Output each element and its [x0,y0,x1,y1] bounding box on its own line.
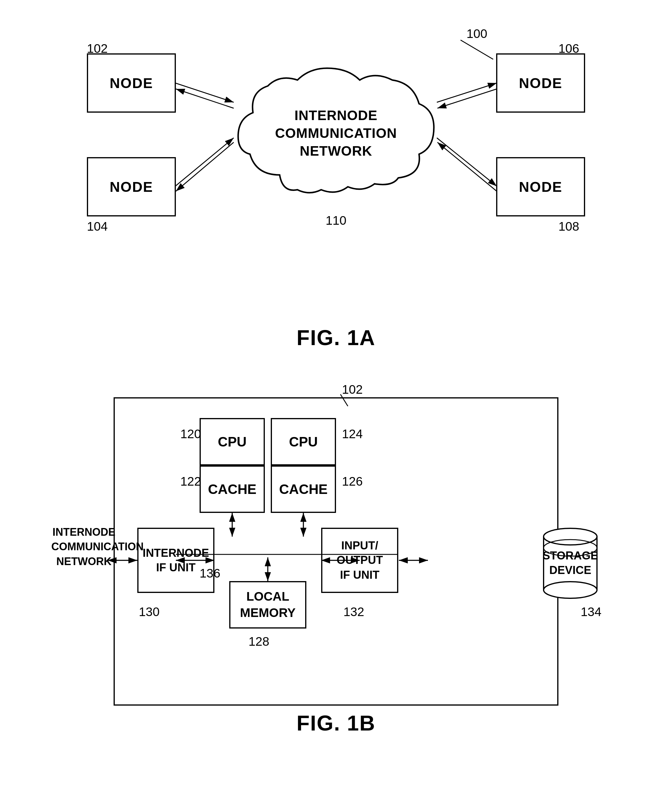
svg-point-12 [544,528,597,545]
ref-134: 134 [581,605,601,619]
ref-108: 108 [559,219,579,234]
ref-102: 102 [87,42,108,56]
ref-120: 120 [180,427,201,441]
node-104-label: NODE [110,179,153,195]
ref-122: 122 [180,474,201,488]
internode-if-label: INTERNODE IF UNIT [143,546,209,575]
fig1b-diagram: 102 CPU CPU CACHE CACHE 120 122 124 126 … [54,380,618,735]
io-if-label: INPUT/ OUTPUT IF UNIT [337,538,383,582]
ref-124: 124 [342,427,363,441]
cache-122-box: CACHE [200,465,265,513]
ref-128: 128 [248,634,269,649]
node-108-label: NODE [519,179,562,195]
io-if-box: INPUT/ OUTPUT IF UNIT [321,528,398,593]
svg-line-3 [175,83,234,102]
svg-line-7 [437,83,497,102]
ref-100: 100 [466,27,487,41]
svg-point-13 [544,582,597,598]
node-104-box: NODE [87,157,176,216]
ref-102-1b: 102 [342,382,363,397]
svg-line-5 [175,138,234,186]
cpu-120-box: CPU [200,418,265,465]
node-106-label: NODE [519,75,562,91]
cpu-120-label: CPU [218,434,246,450]
fig1b-title: FIG. 1B [296,711,376,735]
internode-if-box: INTERNODE IF UNIT [137,528,215,593]
cpu-124-box: CPU [271,418,336,465]
node-106-box: NODE [496,53,585,113]
cache-122-label: CACHE [208,481,256,497]
cache-126-box: CACHE [271,465,336,513]
ref-130: 130 [139,605,160,619]
fig1a-diagram: 100 NODE NODE NODE NODE 102 104 106 108 … [69,24,603,350]
cache-126-label: CACHE [279,481,328,497]
svg-line-4 [176,89,234,108]
svg-line-2 [461,40,493,59]
fig1a-title: FIG. 1A [296,325,376,350]
ref-104: 104 [87,219,108,234]
local-memory-label: LOCAL MEMORY [240,588,295,621]
node-102-box: NODE [87,53,176,113]
local-memory-box: LOCAL MEMORY [229,581,306,629]
ref-136: 136 [200,566,220,581]
node-102-label: NODE [110,75,153,91]
svg-line-6 [176,142,234,191]
svg-line-8 [437,89,497,108]
ref-106: 106 [559,42,579,56]
storage-label: STORAGE DEVICE [538,548,603,578]
cloud-shape: INTERNODE COMMUNICATION NETWORK [232,62,440,204]
svg-line-10 [437,142,497,191]
svg-line-9 [437,138,497,186]
cpu-124-label: CPU [289,434,318,450]
ref-126: 126 [342,474,363,488]
node-108-box: NODE [496,157,585,216]
ref-132: 132 [343,605,364,619]
ref-110: 110 [326,213,346,228]
page-container: 100 NODE NODE NODE NODE 102 104 106 108 … [0,0,672,807]
internode-network-label: INTERNODE COMMUNICATION NETWORK [51,525,116,569]
storage-device: STORAGE DEVICE [538,525,603,602]
